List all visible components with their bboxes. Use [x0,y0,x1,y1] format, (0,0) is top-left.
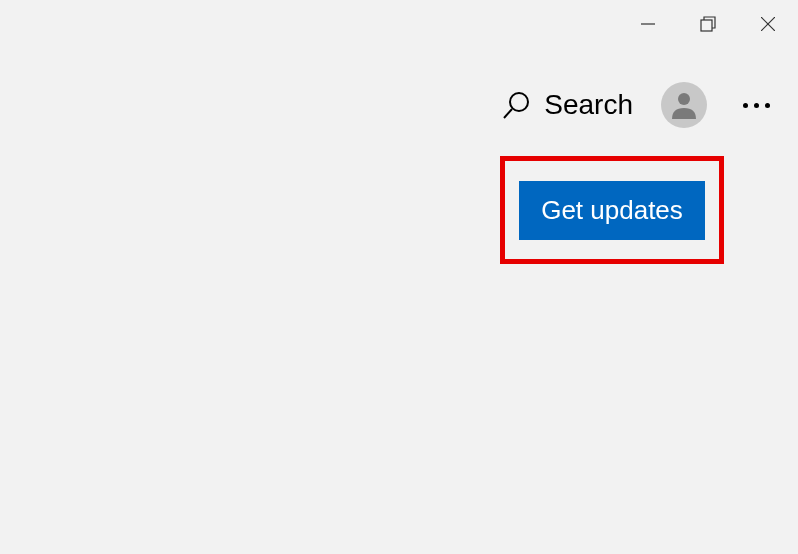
person-icon [667,88,701,122]
svg-line-5 [504,109,512,118]
svg-rect-1 [701,20,712,31]
dot-icon [765,103,770,108]
get-updates-button[interactable]: Get updates [519,181,705,240]
profile-button[interactable] [661,82,707,128]
window-titlebar [618,0,798,48]
minimize-button[interactable] [618,0,678,48]
minimize-icon [641,17,655,31]
highlight-annotation: Get updates [500,156,724,264]
close-button[interactable] [738,0,798,48]
dot-icon [754,103,759,108]
search-icon [502,90,532,120]
svg-point-4 [510,93,528,111]
close-icon [761,17,775,31]
svg-point-6 [678,93,690,105]
app-toolbar: Search [502,82,778,128]
restore-button[interactable] [678,0,738,48]
search-button[interactable]: Search [502,89,633,121]
restore-icon [700,16,716,32]
search-label: Search [544,89,633,121]
more-button[interactable] [735,95,778,116]
dot-icon [743,103,748,108]
